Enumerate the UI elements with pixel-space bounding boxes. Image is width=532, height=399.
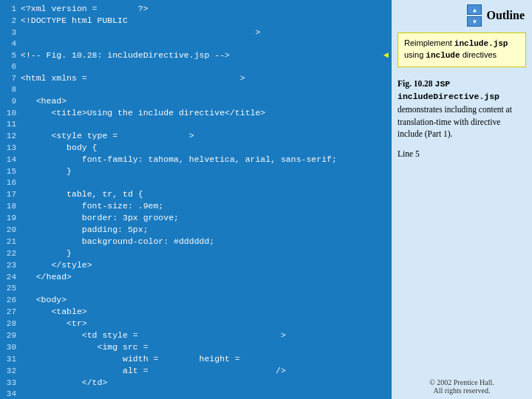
- code-line: 23 </style>: [0, 259, 392, 271]
- line-number: 31: [0, 354, 21, 365]
- line-number: 14: [0, 154, 21, 166]
- line-number: 20: [0, 225, 21, 236]
- line5-note: Line 5: [398, 149, 526, 158]
- line-content: table, tr, td {: [21, 188, 392, 200]
- code-line: 22 }: [0, 248, 392, 259]
- copyright-line2: All rights reserved.: [392, 386, 532, 395]
- reimplement-box: Reimplement include.jsp using include di…: [398, 33, 526, 67]
- code-line: 33 </td>: [0, 377, 392, 389]
- outline-title: Outline: [486, 9, 525, 22]
- code-line: 19 border: 3px groove;: [0, 212, 392, 224]
- fig-label: Fig. 10.28: [398, 79, 433, 88]
- line-content: </style>: [21, 259, 392, 270]
- line-number: 26: [0, 295, 21, 306]
- line-content: <html xmlns = >: [21, 72, 392, 83]
- line-number: 22: [0, 248, 21, 259]
- line-number: 19: [0, 213, 21, 224]
- line-number: 24: [0, 272, 21, 283]
- line-content: <img src =: [21, 341, 392, 352]
- fig-desc-text: demonstrates including content at transl…: [398, 105, 512, 138]
- line-number: 11: [0, 119, 21, 130]
- code-line: 34: [0, 389, 392, 399]
- line-number: 3: [0, 27, 21, 38]
- code-line: 4: [0, 38, 392, 50]
- code-line: 12 <style type = >: [0, 130, 392, 142]
- code-line: 10 <title>Using the include directive</t…: [0, 107, 392, 119]
- line-content: padding: 5px;: [21, 224, 392, 235]
- line-content: >: [21, 27, 392, 38]
- line-content: </td>: [21, 377, 392, 388]
- line-number: 6: [0, 61, 21, 72]
- code-lines: 1<?xml version = ?>2<!DOCTYPE html PUBLI…: [0, 3, 392, 399]
- outline-arrows: ▲ ▼: [467, 4, 482, 27]
- code-line: 16: [0, 177, 392, 188]
- line-content: font-family: tahoma, helvetica, arial, s…: [21, 154, 392, 165]
- copyright: © 2002 Prentice Hall. All rights reserve…: [392, 378, 532, 395]
- reimplement-filename: include.jsp: [454, 39, 508, 48]
- reimplement-directive: include: [426, 51, 460, 60]
- line-number: 12: [0, 131, 21, 142]
- line-content: <!DOCTYPE html PUBLIC: [21, 15, 392, 26]
- outline-up-button[interactable]: ▲: [467, 4, 482, 15]
- line-content: alt = />: [21, 365, 392, 376]
- code-line: 5<!-- Fig. 10.28: includeDirective.jsp -…: [0, 50, 392, 61]
- code-line: 32 alt = />: [0, 365, 392, 377]
- code-line: 11: [0, 119, 392, 130]
- code-line: 7<html xmlns = >: [0, 72, 392, 84]
- line-number: 16: [0, 177, 21, 188]
- outline-down-button[interactable]: ▼: [467, 16, 482, 27]
- line-number: 17: [0, 189, 21, 200]
- line-number: 21: [0, 236, 21, 248]
- code-line: 2<!DOCTYPE html PUBLIC: [0, 15, 392, 27]
- code-line: 28 <tr>: [0, 318, 392, 330]
- sidebar: ▲ ▼ Outline Reimplement include.jsp usin…: [392, 0, 532, 399]
- code-line: 15 }: [0, 166, 392, 177]
- line-number: 34: [0, 389, 21, 399]
- code-line: 1<?xml version = ?>: [0, 3, 392, 15]
- line-number: 29: [0, 330, 21, 341]
- code-line: 20 padding: 5px;: [0, 224, 392, 236]
- line-number: 25: [0, 283, 21, 294]
- line-number: 30: [0, 342, 21, 353]
- line-content: <head>: [21, 95, 392, 106]
- line-content: width = height =: [21, 353, 392, 364]
- line-number: 33: [0, 378, 21, 389]
- line-number: 15: [0, 166, 21, 177]
- line-content: }: [21, 248, 392, 259]
- reimplement-text-before: Reimplement: [404, 38, 454, 47]
- code-line: 17 table, tr, td {: [0, 188, 392, 200]
- code-line: 18 font-size: .9em;: [0, 200, 392, 212]
- code-line: 14 font-family: tahoma, helvetica, arial…: [0, 154, 392, 166]
- outline-header: ▲ ▼ Outline: [392, 0, 532, 30]
- line-content: <title>Using the include directive</titl…: [21, 107, 392, 118]
- line-content: body {: [21, 142, 392, 153]
- line-number: 18: [0, 201, 21, 212]
- code-line: 26 <body>: [0, 294, 392, 306]
- line-number: 28: [0, 318, 21, 330]
- code-line: 9 <head>: [0, 95, 392, 107]
- line-content: <style type = >: [21, 130, 392, 141]
- code-line: 24 </head>: [0, 271, 392, 283]
- line-content: <td style = >: [21, 330, 392, 341]
- reimplement-text-after: using: [404, 50, 426, 59]
- line-content: </head>: [21, 271, 392, 282]
- line-content: border: 3px groove;: [21, 212, 392, 223]
- code-line: 27 <table>: [0, 306, 392, 318]
- line-content: <tr>: [21, 318, 392, 329]
- code-line: 29 <td style = >: [0, 330, 392, 341]
- line-content: <body>: [21, 294, 392, 305]
- reimplement-text-end: directives: [460, 50, 497, 59]
- code-line: 6: [0, 61, 392, 72]
- code-line: 31 width = height =: [0, 353, 392, 365]
- code-line: 8: [0, 84, 392, 95]
- code-panel: 1<?xml version = ?>2<!DOCTYPE html PUBLI…: [0, 0, 392, 399]
- line-number: 4: [0, 38, 21, 50]
- copyright-line1: © 2002 Prentice Hall.: [392, 378, 532, 386]
- line-arrow-icon: ◄: [383, 50, 389, 61]
- line-content: background-color: #dddddd;: [21, 236, 392, 247]
- line-number: 8: [0, 84, 21, 95]
- line-number: 5: [0, 50, 21, 61]
- line5-text: Line 5: [398, 149, 420, 158]
- line-content: <?xml version = ?>: [21, 3, 392, 14]
- line-number: 27: [0, 307, 21, 318]
